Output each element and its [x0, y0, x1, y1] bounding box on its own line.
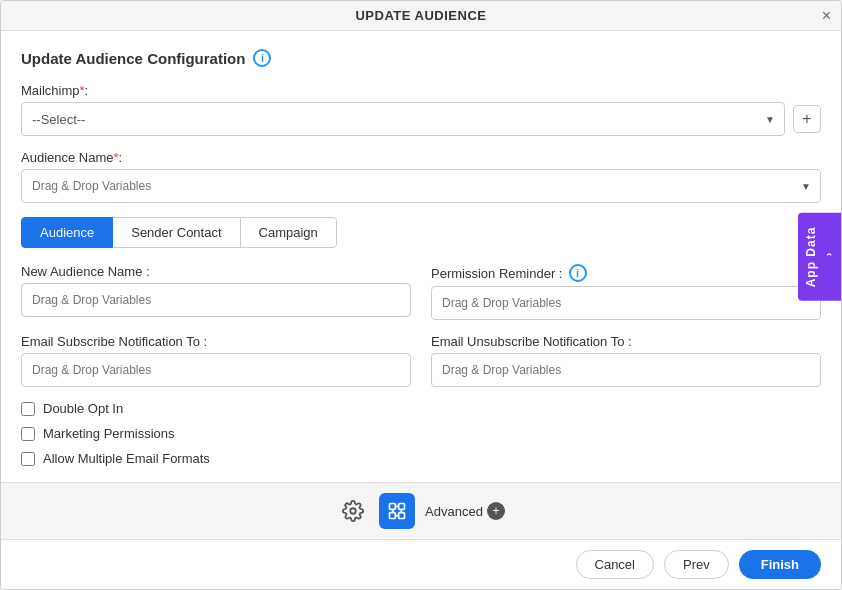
advanced-label: Advanced + — [425, 502, 505, 520]
new-audience-name-input[interactable] — [21, 283, 411, 317]
modal-title: UPDATE AUDIENCE — [355, 8, 486, 23]
mailchimp-select-wrapper: --Select-- + — [21, 102, 821, 136]
new-audience-name-label: New Audience Name : — [21, 264, 411, 279]
permission-reminder-input-wrapper — [431, 286, 821, 320]
app-data-side-tab[interactable]: ‹ App Data — [798, 212, 841, 301]
close-button[interactable]: × — [822, 8, 831, 24]
tabs-container: Audience Sender Contact Campaign — [21, 217, 821, 248]
allow-multiple-email-checkbox[interactable] — [21, 452, 35, 466]
section-title: Update Audience Configuration i — [21, 49, 821, 67]
settings-icon-button[interactable] — [337, 495, 369, 527]
allow-multiple-email-label: Allow Multiple Email Formats — [43, 451, 210, 466]
new-audience-name-group: New Audience Name : — [21, 264, 411, 320]
email-subscribe-label: Email Subscribe Notification To : — [21, 334, 411, 349]
section-info-icon[interactable]: i — [253, 49, 271, 67]
email-unsubscribe-input[interactable] — [431, 353, 821, 387]
audience-name-input[interactable] — [21, 169, 821, 203]
email-unsubscribe-input-wrapper — [431, 353, 821, 387]
modal-body: Update Audience Configuration i Mailchim… — [1, 31, 841, 482]
prev-button[interactable]: Prev — [664, 550, 729, 579]
checkbox-double-opt-in[interactable]: Double Opt In — [21, 401, 821, 416]
tab-campaign[interactable]: Campaign — [240, 217, 337, 248]
section-title-text: Update Audience Configuration — [21, 50, 245, 67]
new-audience-name-input-wrapper — [21, 283, 411, 317]
permission-reminder-group: Permission Reminder : i — [431, 264, 821, 320]
audience-name-input-wrapper — [21, 169, 821, 203]
checkbox-marketing-permissions[interactable]: Marketing Permissions — [21, 426, 821, 441]
side-tab-label: App Data — [804, 226, 818, 287]
modal-container: UPDATE AUDIENCE × Update Audience Config… — [0, 0, 842, 590]
double-opt-in-label: Double Opt In — [43, 401, 123, 416]
audience-name-group: Audience Name*: — [21, 150, 821, 203]
marketing-permissions-checkbox[interactable] — [21, 427, 35, 441]
modal-header: UPDATE AUDIENCE × — [1, 1, 841, 31]
fields-grid: New Audience Name : Permission Reminder … — [21, 264, 821, 387]
marketing-permissions-label: Marketing Permissions — [43, 426, 175, 441]
email-unsubscribe-label: Email Unsubscribe Notification To : — [431, 334, 821, 349]
permission-reminder-input[interactable] — [431, 286, 821, 320]
svg-rect-1 — [390, 504, 396, 510]
mailchimp-group: Mailchimp*: --Select-- + — [21, 83, 821, 136]
audience-name-label: Audience Name*: — [21, 150, 821, 165]
tab-sender-contact[interactable]: Sender Contact — [112, 217, 240, 248]
permission-reminder-label: Permission Reminder : i — [431, 264, 821, 282]
email-subscribe-input[interactable] — [21, 353, 411, 387]
advanced-plus-button[interactable]: + — [487, 502, 505, 520]
mailchimp-add-button[interactable]: + — [793, 105, 821, 133]
cancel-button[interactable]: Cancel — [576, 550, 654, 579]
double-opt-in-checkbox[interactable] — [21, 402, 35, 416]
finish-button[interactable]: Finish — [739, 550, 821, 579]
email-subscribe-input-wrapper — [21, 353, 411, 387]
svg-rect-2 — [399, 504, 405, 510]
tab-audience[interactable]: Audience — [21, 217, 113, 248]
mailchimp-select-container: --Select-- — [21, 102, 785, 136]
email-subscribe-group: Email Subscribe Notification To : — [21, 334, 411, 387]
svg-rect-4 — [390, 513, 396, 519]
mailchimp-select[interactable]: --Select-- — [21, 102, 785, 136]
side-tab-arrow-icon: ‹ — [824, 253, 835, 257]
checkbox-allow-multiple-email[interactable]: Allow Multiple Email Formats — [21, 451, 821, 466]
workflow-icon-button[interactable] — [379, 493, 415, 529]
mailchimp-label: Mailchimp*: — [21, 83, 821, 98]
svg-point-0 — [350, 508, 356, 514]
email-unsubscribe-group: Email Unsubscribe Notification To : — [431, 334, 821, 387]
footer-tools: Advanced + — [1, 482, 841, 539]
permission-reminder-info-icon[interactable]: i — [569, 264, 587, 282]
footer-actions: Cancel Prev Finish — [1, 539, 841, 589]
svg-rect-3 — [399, 513, 405, 519]
checkboxes-group: Double Opt In Marketing Permissions Allo… — [21, 401, 821, 466]
